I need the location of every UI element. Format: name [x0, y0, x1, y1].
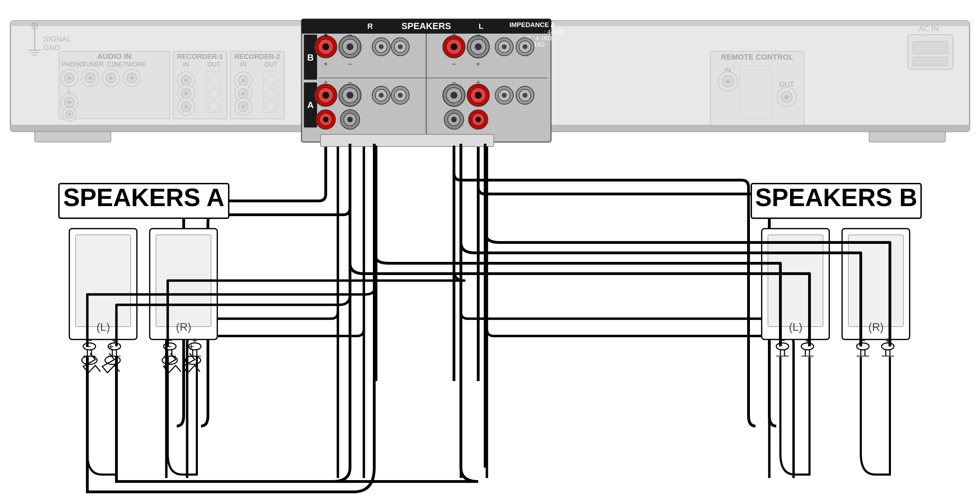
svg-text:IMPEDANCE  A: IMPEDANCE A	[509, 21, 555, 29]
remote-control-panel: REMOTE CONTROL IN OUT	[710, 51, 804, 126]
svg-point-140	[450, 92, 457, 99]
svg-rect-222	[768, 235, 823, 327]
svg-text:B: B	[307, 52, 314, 63]
svg-text:−: −	[452, 60, 456, 68]
svg-text:+: +	[476, 60, 480, 68]
svg-point-48	[208, 75, 219, 86]
svg-text:A: A	[307, 100, 314, 110]
svg-point-100	[379, 45, 383, 49]
svg-point-144	[475, 92, 482, 99]
svg-text:+: +	[324, 31, 328, 39]
svg-text:REMOTE CONTROL: REMOTE CONTROL	[721, 52, 794, 61]
svg-point-56	[185, 105, 188, 108]
svg-point-133	[379, 93, 383, 98]
speaker-b-l-label: (L)	[789, 321, 802, 333]
speakers-panel: SPEAKERS R L IMPEDANCE A : 4-16Ω B : 4-1…	[301, 19, 563, 142]
svg-rect-182	[321, 134, 494, 146]
svg-point-67	[266, 102, 276, 112]
svg-text:+: +	[324, 60, 328, 68]
svg-point-63	[242, 79, 245, 82]
svg-rect-4	[869, 132, 945, 142]
svg-point-22	[68, 76, 71, 79]
svg-point-92	[322, 43, 329, 50]
svg-rect-180	[913, 41, 948, 54]
svg-point-25	[88, 76, 92, 79]
svg-text:R: R	[368, 22, 373, 30]
svg-text:NETWORK: NETWORK	[115, 61, 146, 68]
svg-point-49	[208, 88, 219, 99]
svg-point-103	[398, 45, 402, 49]
svg-point-97	[347, 43, 353, 50]
svg-text:−: −	[348, 60, 352, 68]
svg-point-66	[266, 88, 276, 99]
svg-point-126	[322, 92, 329, 99]
svg-text:IN: IN	[183, 61, 189, 68]
svg-text:SIGNAL: SIGNAL	[43, 35, 72, 43]
svg-text:AUDIO  IN: AUDIO IN	[97, 52, 132, 60]
speaker-a-r-label: (R)	[176, 321, 191, 333]
svg-point-111	[475, 43, 482, 50]
speaker-b-r-label: (R)	[869, 321, 884, 333]
svg-point-136	[398, 93, 402, 98]
svg-point-35	[68, 100, 71, 104]
svg-point-147	[502, 93, 507, 98]
recorder2-panel: RECORDER-2 IN OUT	[231, 51, 284, 119]
svg-point-117	[523, 45, 527, 49]
svg-point-53	[185, 92, 188, 95]
svg-rect-224	[848, 235, 904, 327]
svg-point-160	[347, 117, 353, 122]
svg-point-50	[208, 102, 219, 112]
svg-point-70	[242, 92, 245, 95]
svg-point-177	[784, 95, 789, 99]
svg-point-130	[347, 92, 353, 99]
speakers-b-label: SPEAKERS B	[755, 184, 917, 211]
svg-text:GND: GND	[43, 43, 60, 52]
main-diagram: SIGNAL GND AUDIO IN PHONO TUNER CD NETWO…	[0, 0, 980, 504]
svg-text:RECORDER-2: RECORDER-2	[234, 52, 280, 60]
svg-point-163	[451, 117, 457, 122]
svg-point-157	[323, 117, 329, 122]
svg-text:+: +	[192, 335, 197, 346]
svg-point-31	[130, 76, 134, 79]
svg-point-107	[450, 43, 457, 50]
svg-point-150	[523, 93, 527, 98]
audio-in-panel: AUDIO IN PHONO TUNER CD NETWORK L R	[59, 51, 170, 121]
recorder1-panel: RECORDER-1 IN OUT	[173, 51, 227, 119]
speakers-panel-label: SPEAKERS	[401, 21, 451, 31]
svg-point-39	[68, 113, 71, 116]
svg-text:TUNER: TUNER	[82, 61, 103, 68]
svg-point-114	[502, 45, 507, 49]
svg-text:: 4-16Ω: : 4-16Ω	[544, 29, 563, 35]
svg-point-173	[725, 79, 730, 83]
svg-point-28	[109, 76, 113, 79]
svg-point-166	[476, 117, 481, 122]
svg-text:RECORDER-1: RECORDER-1	[177, 52, 223, 60]
svg-text:IN: IN	[240, 61, 247, 68]
svg-text:OUT: OUT	[780, 80, 794, 88]
svg-text:L: L	[479, 22, 483, 30]
speaker-a-l-label: (L)	[96, 321, 110, 333]
svg-point-73	[242, 105, 245, 108]
svg-rect-181	[913, 57, 948, 66]
svg-rect-189	[76, 235, 130, 327]
svg-text:OUT: OUT	[264, 61, 278, 68]
svg-point-46	[185, 79, 188, 82]
svg-point-65	[266, 75, 276, 86]
svg-rect-3	[35, 132, 111, 142]
svg-text:OUT: OUT	[207, 61, 220, 68]
svg-text:AC IN: AC IN	[919, 24, 939, 33]
speakers-a-label: SPEAKERS A	[63, 184, 224, 211]
speakers-b-box: SPEAKERS B (L) (R)	[751, 184, 921, 339]
svg-point-7	[33, 25, 36, 27]
svg-text:PHONO: PHONO	[61, 61, 84, 68]
